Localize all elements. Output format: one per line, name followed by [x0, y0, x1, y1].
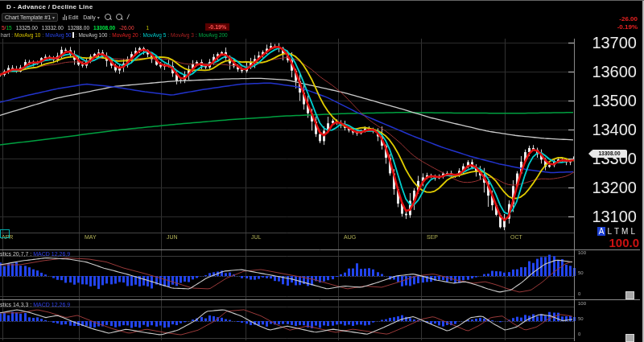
y-axis-label: 13500 — [564, 93, 637, 109]
quote-row: 5/1513325.0013332.0013288.0013308.00-26.… — [2, 23, 153, 31]
chart-toolbar: Chart Template #1 ▾ Edit Daily ▾ / — [2, 12, 129, 22]
tab-letter-l2[interactable]: L — [630, 227, 636, 236]
period-dropdown[interactable]: Daily ▾ — [83, 14, 100, 20]
y-axis-label: 13400 — [564, 122, 637, 138]
tab-letter-m[interactable]: M — [621, 227, 629, 236]
percent-change-badge: -0.19% — [205, 23, 229, 31]
panel2-scale-100: 100 — [578, 301, 586, 306]
legend-separator: : — [11, 32, 13, 38]
last-price-tag: 13308.00 — [592, 150, 627, 158]
period-letter-tabs: A L T M L — [597, 227, 636, 236]
panel2-label[interactable]: stics 14,3,3 : MACD 12,26,9 — [0, 302, 70, 307]
panel1-scale-50: 50 — [578, 270, 584, 275]
y-axis-label: 13200 — [564, 179, 637, 196]
quote-last: 13308.00 — [93, 25, 115, 31]
legend-item-chart[interactable]: hart — [1, 32, 10, 38]
legend-separator: : — [76, 32, 77, 38]
y-axis-label: 13600 — [564, 64, 637, 80]
chart-application-window: D - Advance / Decline Line Chart Templat… — [0, 0, 644, 342]
panel2-macd-label: MACD 12,26,9 — [33, 302, 70, 307]
change-value: -26.00 — [617, 15, 638, 23]
selection-handle[interactable] — [0, 229, 10, 238]
legend-item-movavg5[interactable]: MovAvg 5 — [143, 32, 167, 38]
zoom-in-icon[interactable] — [105, 14, 111, 20]
legend-separator: : — [109, 32, 110, 38]
legend-separator: : — [42, 32, 43, 38]
chart-template-label: Chart Template #1 — [5, 14, 51, 20]
quote-change: -26.00 — [119, 25, 134, 31]
panel2-resize-grip[interactable] — [625, 334, 634, 342]
x-axis-month: AUG — [344, 234, 356, 240]
title-bar: D - Advance / Decline Line — [0, 2, 644, 11]
edit-label: Edit — [68, 14, 78, 20]
x-axis-month: JUL — [251, 234, 261, 240]
panel1-stoch-label: stics 20,7,7 : — [0, 251, 31, 257]
y-axis-label: 13700 — [564, 35, 637, 51]
y-axis-label: 13100 — [564, 208, 637, 225]
legend-item-movavg50[interactable]: MovAvg 50 — [45, 32, 71, 38]
quote-date-day: 15 — [6, 25, 11, 31]
panel2-scale-0: 0 — [578, 332, 580, 336]
x-axis-month: SEP — [427, 234, 438, 240]
x-axis-month: JUN — [167, 234, 178, 240]
chart-template-button[interactable]: Chart Template #1 ▾ — [2, 13, 58, 22]
x-axis-month: OCT — [510, 234, 522, 240]
quote-open: 13325.00 — [16, 25, 38, 31]
legend-item-movavg200[interactable]: MovAvg 200 — [199, 32, 228, 38]
change-percent: -0.19% — [617, 23, 638, 31]
panel2-stoch-label: stics 14,3,3 : — [0, 302, 31, 307]
quote-flag: 1 — [147, 25, 150, 31]
panel1-resize-grip[interactable] — [625, 291, 634, 299]
change-readout: -26.00 -0.19% — [617, 15, 638, 31]
panel1-macd-label: MACD 12,26,9 — [33, 251, 70, 257]
window-title: D - Advance / Decline Line — [6, 3, 93, 10]
legend-item-movavg10[interactable]: MovAvg 10 — [14, 32, 40, 38]
tab-letter-a[interactable]: A — [597, 227, 606, 236]
quote-high: 13332.00 — [42, 25, 64, 31]
legend-item-movavg100[interactable]: MovAvg 100 — [78, 32, 107, 38]
period-label: Daily — [83, 14, 96, 20]
bar-chart-icon — [63, 14, 67, 20]
legend-separator: : — [167, 32, 169, 38]
panel2-scale-50: 50 — [578, 316, 584, 321]
quote-low: 13288.00 — [68, 25, 89, 31]
x-axis-month: MAY — [85, 234, 97, 240]
zoom-out-icon[interactable] — [116, 14, 122, 20]
legend-item-movavg20[interactable]: MovAvg 20 — [112, 32, 138, 38]
legend-separator: : — [140, 32, 142, 38]
indicator-big-value: 100.0 — [609, 236, 639, 249]
tab-letter-t[interactable]: T — [614, 227, 620, 236]
edit-studies-button[interactable]: Edit — [63, 14, 78, 20]
legend-item-movavg3[interactable]: MovAvg 3 — [171, 32, 194, 38]
legend-separator: : — [196, 32, 197, 38]
panel1-scale-100: 100 — [578, 250, 586, 255]
trendline-tool-icon[interactable]: / — [126, 13, 130, 21]
chevron-down-icon: ▾ — [52, 14, 55, 20]
chevron-down-icon: ▾ — [97, 14, 100, 20]
text-cursor — [72, 32, 74, 38]
price-chart-canvas[interactable] — [0, 1, 644, 342]
study-legend: hart:MovAvg 10:MovAvg 50:MovAvg 100:MovA… — [1, 32, 228, 38]
panel1-label[interactable]: stics 20,7,7 : MACD 12,26,9 — [0, 251, 70, 257]
tab-letter-l1[interactable]: L — [607, 227, 613, 236]
panel1-scale-0: 0 — [578, 291, 580, 296]
